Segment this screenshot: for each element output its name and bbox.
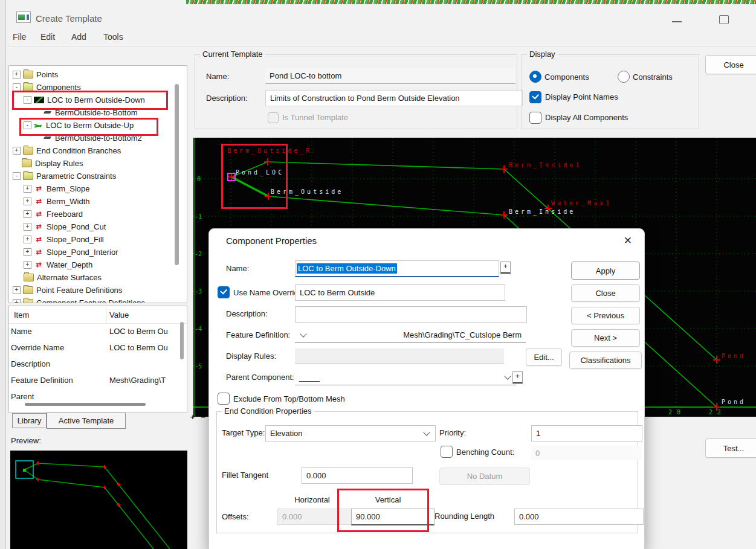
target-type-combo[interactable]: Elevation [265, 425, 436, 441]
parent-component-combo[interactable] [295, 370, 516, 385]
expander-icon[interactable]: - [13, 83, 21, 91]
apply-button[interactable]: Apply [571, 262, 640, 280]
grid-row-name[interactable]: NameLOC to Berm Ou [9, 324, 187, 339]
constraints-radio-label: Constraints [633, 72, 673, 82]
grid-row-feature-definition[interactable]: Feature DefinitionMesh\Grading\T [9, 373, 187, 388]
expander-icon[interactable]: + [24, 185, 31, 193]
tree-item-component-feature-definitions[interactable]: +Component Feature Definitions [9, 297, 187, 303]
display-all-components-checkbox[interactable] [529, 112, 541, 124]
expander-icon[interactable]: + [24, 197, 31, 205]
grid-hscrollbar[interactable] [25, 403, 146, 406]
override-name-input[interactable]: LOC to Berm Outside [295, 284, 505, 301]
tree-item-end-condition-branches[interactable]: +End Condition Branches [9, 144, 187, 157]
tree-item-components[interactable]: -Components [9, 81, 187, 94]
grid-row-override-name[interactable]: Override NameLOC to Berm Ou [9, 340, 187, 356]
tree-item-slope-pond-fill[interactable]: +⇄Slope_Pond_Fill [9, 233, 187, 246]
tree-item-label: Display Rules [35, 159, 83, 168]
grid-row-description[interactable]: Description [9, 356, 187, 372]
benching-count-field: 0 [531, 446, 641, 460]
tree-item-slope-pond-cut[interactable]: +⇄Slope_Pond_Cut [9, 220, 187, 233]
maximize-icon[interactable] [719, 15, 729, 24]
exclude-mesh-checkbox[interactable] [218, 393, 230, 405]
menu-tools[interactable]: Tools [100, 31, 127, 43]
tree-item-slope-pond-interior[interactable]: +⇄Slope_Pond_Interior [9, 246, 187, 258]
tree-item-point-feature-definitions[interactable]: +Point Feature Definitions [9, 284, 187, 297]
point-label-berm-inside1: Berm_Inside1 [509, 162, 581, 169]
expander-icon[interactable]: + [13, 299, 21, 303]
components-radio[interactable] [529, 71, 541, 83]
tree-item-loc-berm-outside-up[interactable]: -LOC to Berm Outside-Up [9, 119, 187, 132]
parent-plus-button[interactable]: + [512, 371, 523, 384]
folder-icon [22, 159, 32, 167]
feature-definition-combo[interactable]: Mesh\Grading\TC_Cutslope Berm [295, 327, 526, 343]
grid-vscrollbar[interactable] [180, 322, 184, 359]
template-tree[interactable]: +Points -Components -LOC to Berm Outside… [8, 65, 187, 303]
expander-icon[interactable]: + [24, 223, 31, 231]
menu-add[interactable]: Add [68, 31, 90, 43]
is-tunnel-template-checkbox[interactable] [268, 112, 279, 123]
tree-item-berm-width[interactable]: +⇄Berm_Width [9, 195, 187, 208]
use-name-override-checkbox[interactable] [218, 286, 230, 298]
tree-item-freeboard[interactable]: +⇄Freeboard [9, 208, 187, 220]
classifications-button[interactable]: Classifications [569, 352, 642, 369]
expander-icon[interactable]: + [13, 147, 21, 155]
template-name-field[interactable]: Pond LOC-to bottom [265, 68, 515, 84]
expander-icon[interactable]: - [24, 96, 31, 104]
rounding-length-input[interactable]: 0.000 [514, 509, 644, 525]
offset-vertical-input[interactable]: 90.000 [351, 509, 435, 525]
expander-icon[interactable]: + [24, 248, 31, 256]
benching-count-checkbox[interactable] [441, 446, 453, 458]
tree-item-bermoutside-to-bottom2[interactable]: BermOutside-to-Bottom2 [9, 132, 187, 144]
tree-item-water-depth[interactable]: +⇄Water_Depth [9, 258, 187, 271]
name-plus-button[interactable]: + [500, 262, 511, 274]
tree-item-label: Slope_Pond_Fill [47, 235, 104, 244]
description-input[interactable] [295, 306, 527, 323]
dialog-close-icon[interactable]: ✕ [624, 234, 632, 247]
next-button[interactable]: Next > [571, 329, 640, 347]
tree-item-parametric-constraints[interactable]: -Parametric Constraints [9, 170, 187, 182]
constraints-radio[interactable] [618, 71, 630, 83]
component-properties-dialog[interactable]: Component Properties ✕ Name: LOC to Berm… [208, 228, 645, 549]
priority-input[interactable]: 1 [531, 425, 642, 441]
expander-icon[interactable]: + [13, 71, 21, 79]
close-button[interactable]: Close [705, 55, 756, 74]
expander-icon[interactable]: - [24, 121, 31, 129]
minimize-icon[interactable] [672, 21, 682, 22]
canvas-zoom-toolbar[interactable]: + − [190, 413, 207, 422]
menu-edit[interactable]: Edit [37, 31, 59, 43]
tree-item-points[interactable]: +Points [9, 68, 187, 81]
properties-grid[interactable]: Item Value NameLOC to Berm Ou Override N… [8, 306, 187, 413]
expander-icon[interactable]: - [13, 172, 21, 180]
edit-button[interactable]: Edit... [526, 348, 562, 366]
title-bar[interactable]: Create Template ✕ [5, 4, 756, 28]
horizontal-header: Horizontal [277, 495, 347, 504]
loc-segment[interactable] [231, 177, 268, 196]
tree-item-label: End Condition Branches [36, 146, 121, 155]
menu-file[interactable]: File [9, 31, 30, 43]
preview-canvas[interactable] [10, 451, 187, 549]
name-input[interactable]: LOC to Berm Outside-Down [295, 260, 499, 277]
previous-button[interactable]: < Previous [571, 307, 640, 324]
tab-active-template[interactable]: Active Template [47, 413, 126, 429]
tree-item-alternate-surfaces[interactable]: Alternate Surfaces [9, 271, 187, 284]
tab-library[interactable]: Library [12, 413, 47, 428]
dialog-close-button[interactable]: Close [571, 284, 640, 302]
component-icon [34, 97, 44, 103]
template-description-field[interactable]: Limits of Construction to Pond Berm Outs… [265, 90, 523, 106]
tree-item-bermoutside-to-bottom[interactable]: BermOutside-to-Bottom [9, 106, 187, 119]
fillet-tangent-input[interactable]: 0.000 [302, 467, 413, 484]
expander-icon[interactable]: + [24, 236, 31, 243]
expander-icon[interactable]: + [13, 286, 21, 294]
expander-icon[interactable]: + [24, 261, 31, 269]
tree-item-berm-slope[interactable]: +⇄Berm_Slope [9, 182, 187, 195]
grid-cell: Feature Definition [11, 373, 102, 388]
x-axis-labels: 20 22 [668, 409, 726, 416]
tree-item-label: Components [36, 83, 81, 92]
display-point-names-checkbox[interactable] [529, 91, 541, 103]
tree-item-display-rules[interactable]: Display Rules [9, 157, 187, 170]
tree-scrollbar[interactable] [175, 84, 179, 265]
tree-item-label: LOC to Berm Outside-Up [46, 121, 134, 130]
tree-item-loc-berm-outside-down[interactable]: -LOC to Berm Outside-Down [9, 94, 187, 106]
expander-icon[interactable]: + [24, 210, 31, 218]
test-button[interactable]: Test... [705, 438, 756, 458]
